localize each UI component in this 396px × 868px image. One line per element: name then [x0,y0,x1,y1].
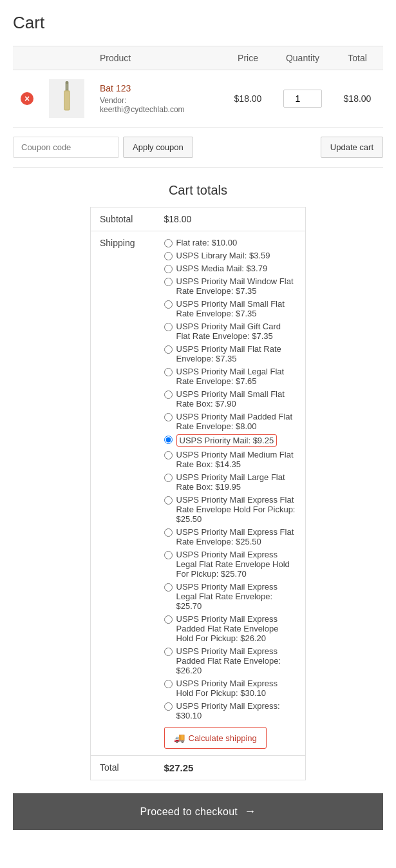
shipping-option-item: USPS Priority Mail Express Hold For Pick… [164,679,297,698]
shipping-radio-usps_pm_flat_box[interactable] [164,451,173,459]
page-title: Cart [13,13,383,33]
truck-icon: 🚚 [174,733,185,743]
shipping-option-item: USPS Priority Mail Express Padded Flat R… [164,614,297,643]
shipping-option-item: Flat rate: $10.00 [164,238,297,247]
shipping-option-item: USPS Priority Mail Express Padded Flat R… [164,646,297,675]
shipping-option-label[interactable]: USPS Priority Mail Express: $30.10 [176,701,297,720]
shipping-option-item: USPS Priority Mail Express Legal Flat Ra… [164,550,297,579]
shipping-option-item: USPS Priority Mail Express Flat Rate Env… [164,527,297,546]
total-value: $27.25 [155,756,306,780]
shipping-option-item: USPS Priority Mail Small Flat Rate Box: … [164,389,297,409]
shipping-radio-usps_pep_flat_env_hold[interactable] [164,615,173,624]
shipping-option-label[interactable]: USPS Priority Mail Express Legal Flat Ra… [176,582,297,611]
proceed-to-checkout-button[interactable]: Proceed to checkout → [13,793,383,830]
shipping-option-label[interactable]: USPS Priority Mail Small Flat Rate Box: … [176,389,297,409]
shipping-radio-usps_pep_flat_env[interactable] [164,648,173,656]
vendor-label: Vendor: [100,96,214,105]
product-image [49,79,84,118]
shipping-radio-usps_p_mail[interactable] [164,436,173,444]
close-icon: × [21,92,33,105]
shipping-radio-usps_pp_flat_env[interactable] [164,413,173,421]
product-name[interactable]: Bat 123 [100,83,214,93]
cart-table: Product Price Quantity Total × [13,46,383,128]
shipping-radio-usps_pl_flat_box[interactable] [164,474,173,482]
shipping-option-item: USPS Priority Mail Small Flat Rate Envel… [164,299,297,318]
shipping-radio-usps_library[interactable] [164,252,173,260]
shipping-option-label[interactable]: USPS Priority Mail Express Flat Rate Env… [176,527,297,546]
shipping-option-item: USPS Priority Mail Medium Flat Rate Box:… [164,450,297,469]
shipping-option-label[interactable]: USPS Priority Mail Large Flat Rate Box: … [176,472,297,492]
shipping-option-label[interactable]: USPS Priority Mail Window Flat Rate Enve… [176,276,297,296]
total-row: Total $27.25 [91,756,306,780]
apply-coupon-button[interactable]: Apply coupon [123,137,193,158]
shipping-radio-usps_media[interactable] [164,265,173,273]
shipping-radio-usps_pel_flat_env[interactable] [164,583,173,592]
shipping-option-item: USPS Library Mail: $3.59 [164,251,297,260]
cart-totals-section: Cart totals Subtotal $18.00 Shipping Fla… [13,183,383,780]
col-header-total: Total [332,46,383,70]
shipping-radio-usps_pe_flat_env_hold[interactable] [164,496,173,505]
shipping-option-item: USPS Priority Mail Express: $30.10 [164,701,297,720]
svg-rect-2 [64,91,68,109]
col-header-price: Price [222,46,274,70]
shipping-option-label[interactable]: USPS Priority Mail Medium Flat Rate Box:… [176,450,297,469]
shipping-radio-usps_pe[interactable] [164,702,173,711]
shipping-option-label[interactable]: USPS Priority Mail Express Flat Rate Env… [176,495,297,524]
shipping-option-item: USPS Media Mail: $3.79 [164,264,297,273]
calculate-shipping-button[interactable]: 🚚 Calculate shipping [164,727,267,749]
checkout-button-label: Proceed to checkout [140,806,238,818]
shipping-radio-usps_ps_flat_box[interactable] [164,391,173,399]
shipping-radio-usps_p_flat_env[interactable] [164,345,173,354]
shipping-option-item: USPS Priority Mail Window Flat Rate Enve… [164,276,297,296]
shipping-option-label[interactable]: USPS Priority Mail Small Flat Rate Envel… [176,299,297,318]
shipping-option-item: USPS Priority Mail Flat Rate Envelope: $… [164,344,297,363]
cart-totals-table: Subtotal $18.00 Shipping Flat rate: $10.… [90,207,306,780]
subtotal-label: Subtotal [91,207,155,231]
col-header-remove [13,46,41,70]
shipping-radio-usps_ps_flat_env[interactable] [164,300,173,309]
shipping-option-label[interactable]: USPS Priority Mail Padded Flat Rate Enve… [176,412,297,431]
shipping-option-item: USPS Priority Mail Express Flat Rate Env… [164,495,297,524]
subtotal-row: Subtotal $18.00 [91,207,306,231]
shipping-options-list: Flat rate: $10.00USPS Library Mail: $3.5… [164,238,297,720]
shipping-option-item: USPS Priority Mail Large Flat Rate Box: … [164,472,297,492]
shipping-options-cell: Flat rate: $10.00USPS Library Mail: $3.5… [155,231,306,756]
shipping-radio-usps_pe_hold[interactable] [164,680,173,688]
arrow-right-icon: → [244,805,256,818]
quantity-input[interactable] [283,90,322,108]
svg-rect-3 [66,83,68,89]
shipping-radio-usps_pgc_flat_env[interactable] [164,323,173,331]
shipping-option-label[interactable]: Flat rate: $10.00 [176,238,238,247]
shipping-option-label[interactable]: USPS Priority Mail Legal Flat Rate Envel… [176,367,297,386]
shipping-option-label[interactable]: USPS Priority Mail Express Padded Flat R… [176,646,297,675]
item-price: $18.00 [234,93,262,104]
shipping-option-label[interactable]: USPS Priority Mail Express Hold For Pick… [176,679,297,698]
shipping-option-label[interactable]: USPS Priority Mail Express Legal Flat Ra… [176,550,297,579]
coupon-row: Apply coupon Update cart [13,128,383,168]
shipping-option-label[interactable]: USPS Priority Mail Express Padded Flat R… [176,614,297,643]
total-label: Total [91,756,155,780]
item-total: $18.00 [344,93,372,104]
calc-shipping-label: Calculate shipping [189,733,257,743]
shipping-option-item: USPS Priority Mail Padded Flat Rate Enve… [164,412,297,431]
shipping-option-item: USPS Priority Mail: $9.25 [164,434,297,447]
shipping-option-item: USPS Priority Mail Legal Flat Rate Envel… [164,367,297,386]
shipping-radio-usps_pw_flat_env[interactable] [164,278,173,286]
col-header-quantity: Quantity [274,46,332,70]
shipping-option-item: USPS Priority Mail Gift Card Flat Rate E… [164,322,297,341]
shipping-option-label[interactable]: USPS Media Mail: $3.79 [176,264,268,273]
shipping-option-label[interactable]: USPS Library Mail: $3.59 [176,251,270,260]
shipping-radio-usps_pl_flat_env[interactable] [164,368,173,376]
shipping-option-label[interactable]: USPS Priority Mail: $9.25 [176,434,278,447]
shipping-option-label[interactable]: USPS Priority Mail Gift Card Flat Rate E… [176,322,297,341]
shipping-option-item: USPS Priority Mail Express Legal Flat Ra… [164,582,297,611]
shipping-radio-usps_pel_flat_env_hold[interactable] [164,551,173,559]
shipping-radio-flat_rate[interactable] [164,239,173,247]
update-cart-button[interactable]: Update cart [321,137,383,158]
shipping-radio-usps_pe_flat_env[interactable] [164,528,173,537]
shipping-option-label[interactable]: USPS Priority Mail Flat Rate Envelope: $… [176,344,297,363]
checkout-section: Proceed to checkout → [13,793,383,830]
coupon-input[interactable] [13,137,119,158]
remove-item-button[interactable]: × [21,92,33,105]
cart-totals-title: Cart totals [169,183,227,198]
